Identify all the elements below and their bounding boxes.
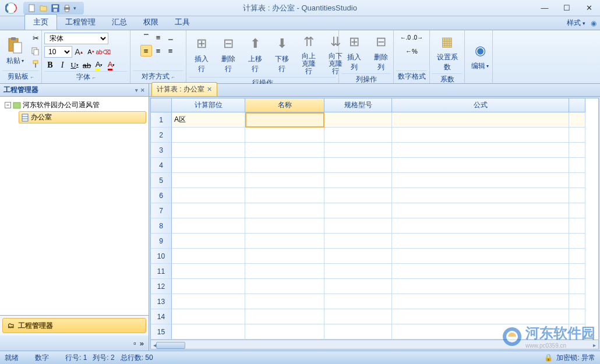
grid-cell[interactable] xyxy=(392,128,569,143)
grid-cell[interactable] xyxy=(172,309,245,324)
font-name-select[interactable]: 宋体 xyxy=(44,33,108,44)
col-header[interactable]: 公式 xyxy=(392,98,569,112)
grid-cell[interactable] xyxy=(569,294,585,309)
grid-cell[interactable] xyxy=(324,173,392,188)
tab-home[interactable]: 主页 xyxy=(24,14,57,30)
edit-button[interactable]: ◉编辑▾ xyxy=(467,40,493,72)
grid-cell[interactable] xyxy=(392,173,569,188)
row-header[interactable]: 6 xyxy=(151,188,172,203)
grid-cell[interactable] xyxy=(324,309,392,324)
grid-cell[interactable] xyxy=(569,279,585,294)
grid-cell[interactable] xyxy=(569,173,585,188)
open-file-icon[interactable] xyxy=(38,3,49,13)
grid-cell[interactable] xyxy=(569,249,585,264)
grid-cell[interactable] xyxy=(392,324,569,340)
expand-icon[interactable]: ⌐ xyxy=(93,75,96,80)
format-painter-icon[interactable] xyxy=(29,58,42,70)
delete-row-button[interactable]: ⊟删除行 xyxy=(216,33,241,75)
row-header[interactable]: 11 xyxy=(151,264,172,279)
grid-cell[interactable] xyxy=(324,188,392,203)
insert-row-button[interactable]: ⊞插入行 xyxy=(189,33,214,75)
grid-cell[interactable] xyxy=(324,234,392,249)
grid-corner[interactable] xyxy=(151,98,172,112)
tree-collapse-icon[interactable]: − xyxy=(5,102,11,108)
sidebar-close-icon[interactable]: ✕ xyxy=(140,87,145,93)
tab-close-icon[interactable]: ✕ xyxy=(207,86,212,93)
cut-icon[interactable]: ✂ xyxy=(29,33,42,44)
grid-cell[interactable] xyxy=(392,249,569,264)
grid-cell[interactable] xyxy=(569,128,585,143)
col-header[interactable]: 名称 xyxy=(245,98,324,112)
row-header[interactable]: 8 xyxy=(151,218,172,234)
grid-cell[interactable] xyxy=(569,218,585,234)
grid-cell[interactable] xyxy=(569,234,585,249)
grid-cell[interactable] xyxy=(245,203,324,218)
row-header[interactable]: 15 xyxy=(151,324,172,340)
grid-cell[interactable] xyxy=(392,309,569,324)
tree-root-node[interactable]: − 河东软件园办公司通风管 xyxy=(2,99,146,111)
row-header[interactable]: 5 xyxy=(151,173,172,188)
close-button[interactable]: ✕ xyxy=(578,2,600,15)
grid-cell[interactable] xyxy=(245,218,324,234)
grid-cell[interactable] xyxy=(172,264,245,279)
grid-cell[interactable] xyxy=(324,324,392,340)
moveup-row-button[interactable]: ⬆上移行 xyxy=(242,33,268,75)
bold-button[interactable]: B xyxy=(44,59,56,71)
font-size-select[interactable]: 10 xyxy=(44,46,72,58)
align-right-icon[interactable]: ≡ xyxy=(165,45,177,56)
grid-cell[interactable] xyxy=(324,294,392,309)
tab-project[interactable]: 工程管理 xyxy=(57,15,104,30)
grid-cell[interactable] xyxy=(392,203,569,218)
grid-cell[interactable] xyxy=(245,309,324,324)
sidebar-dropdown-icon[interactable]: ▾ xyxy=(135,87,138,93)
scroll-right-icon[interactable]: ▸ xyxy=(593,342,596,348)
row-header[interactable]: 13 xyxy=(151,294,172,309)
align-left-icon[interactable]: ≡ xyxy=(140,45,152,56)
new-file-icon[interactable] xyxy=(27,3,37,13)
doc-tab-active[interactable]: 计算表 : 办公室 ✕ xyxy=(151,82,217,96)
grid-cell[interactable] xyxy=(569,203,585,218)
row-header[interactable]: 1 xyxy=(151,112,172,128)
col-header[interactable]: 规格型号 xyxy=(324,98,392,112)
style-menu[interactable]: 样式▾◉ xyxy=(567,18,597,28)
copy-icon[interactable] xyxy=(29,45,42,57)
align-middle-icon[interactable]: ≡ xyxy=(153,31,164,43)
grid-cell[interactable] xyxy=(392,143,569,158)
grid-cell[interactable] xyxy=(172,143,245,158)
grid-cell[interactable] xyxy=(569,264,585,279)
fill-color-icon[interactable]: A▾ xyxy=(93,59,105,71)
grid-cell[interactable] xyxy=(392,112,569,128)
grid-cell[interactable] xyxy=(569,188,585,203)
grid-cell[interactable] xyxy=(569,143,585,158)
font-color-icon[interactable]: A▾ xyxy=(105,59,117,71)
grid-cell[interactable] xyxy=(392,188,569,203)
grid-cell[interactable] xyxy=(324,143,392,158)
horizontal-scrollbar[interactable]: ◂ ▸ xyxy=(151,340,598,349)
shrink-font-icon[interactable]: A▾ xyxy=(85,46,97,58)
grid-cell[interactable] xyxy=(245,234,324,249)
grid-cell[interactable] xyxy=(324,218,392,234)
grid-cell[interactable] xyxy=(245,264,324,279)
italic-button[interactable]: I xyxy=(57,59,68,71)
grid-cell[interactable] xyxy=(324,158,392,173)
qat-dropdown-icon[interactable]: ▾ xyxy=(73,5,80,11)
clone-up-button[interactable]: ⇈向上 克隆行 xyxy=(296,31,322,77)
insert-col-button[interactable]: ⊞插入列 xyxy=(341,31,367,73)
grid-cell[interactable] xyxy=(324,128,392,143)
tree-child-node[interactable]: 办公室 xyxy=(19,111,146,123)
grid-cell[interactable] xyxy=(569,158,585,173)
strike-button[interactable]: ab xyxy=(81,59,93,71)
grid-cell[interactable]: A区 xyxy=(172,112,245,128)
grid-cell[interactable] xyxy=(172,218,245,234)
grid-cell[interactable] xyxy=(245,158,324,173)
grid-cell[interactable] xyxy=(392,264,569,279)
delete-col-button[interactable]: ⊟删除列 xyxy=(368,31,394,73)
grid-cell[interactable] xyxy=(324,203,392,218)
grid-cell[interactable] xyxy=(324,112,392,128)
grid-cell[interactable] xyxy=(172,249,245,264)
grid-cell[interactable] xyxy=(392,218,569,234)
grid-cell[interactable] xyxy=(324,249,392,264)
grid-cell[interactable] xyxy=(172,158,245,173)
sidebar-opt2-icon[interactable]: » xyxy=(140,339,144,348)
grid-cell[interactable] xyxy=(569,309,585,324)
